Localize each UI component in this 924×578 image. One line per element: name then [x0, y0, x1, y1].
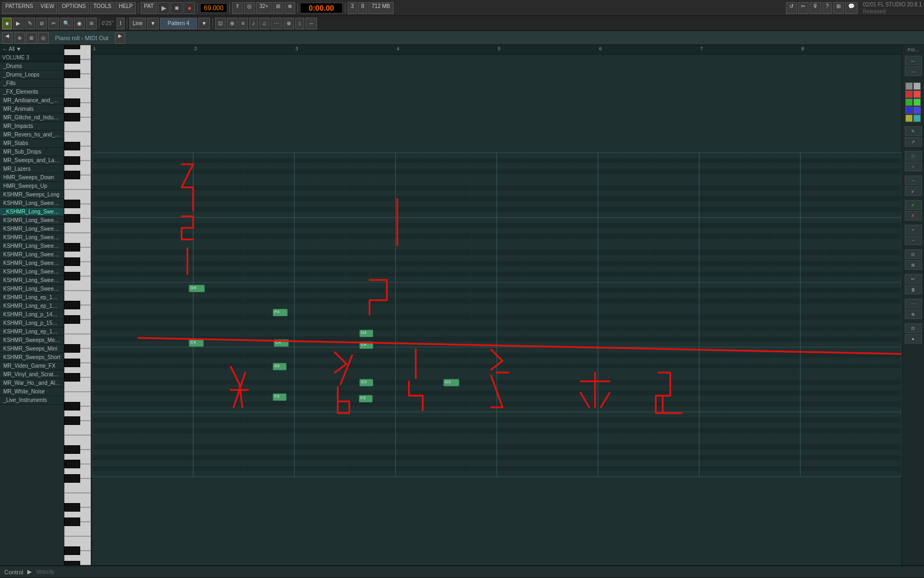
piano-key-black-E7[interactable]: [64, 98, 80, 107]
sidebar-item-mr_sweeps_lazers[interactable]: MR_Sweeps_and_Lazers: [0, 156, 64, 165]
piano-key-black-D6[interactable]: [64, 214, 80, 223]
pat-button[interactable]: PAT: [141, 2, 157, 14]
menu-patterns[interactable]: PATTERNS: [2, 2, 36, 14]
piano-roll-grid[interactable]: 12345678 G4F4C4C4C4D4A3G3G3F3F3: [92, 45, 902, 565]
piano-key-black-E3[interactable]: [64, 503, 80, 512]
pattern-dropdown[interactable]: ▼: [198, 18, 210, 29]
tb-icon1[interactable]: ⇑: [232, 2, 243, 14]
piano-key-black-D3[interactable]: [64, 518, 80, 526]
note-C4-2[interactable]: C4: [189, 339, 204, 347]
rp-right[interactable]: →: [905, 176, 922, 185]
sidebar-item-live_instruments[interactable]: _Live_Instruments: [0, 396, 64, 405]
bpm-display[interactable]: 69.000: [200, 3, 227, 13]
color-gray2[interactable]: [913, 82, 921, 90]
sidebar-item-mr_lazers[interactable]: MR_Lazers: [0, 165, 64, 173]
sidebar-item-mr_reverbs[interactable]: MR_Revers_hs_and_Vocals: [0, 131, 64, 139]
rp-circle[interactable]: ○: [905, 162, 922, 171]
sidebar-item-mr_animals[interactable]: MR_Animals: [0, 105, 64, 113]
piano-key-black-A2[interactable]: [64, 561, 80, 565]
tb-icon-mic[interactable]: 🎙: [810, 2, 821, 14]
rp-cross[interactable]: ✗: [905, 211, 922, 220]
rp-pencil[interactable]: ✎: [905, 126, 922, 136]
sidebar-item-hmr_sweeps_down[interactable]: HMR_Sweeps_Down: [0, 173, 64, 182]
tb-icon-cut[interactable]: ✂: [798, 2, 808, 14]
piano-key-black-E6[interactable]: [64, 200, 80, 208]
sidebar-item-kshmr_sweeps_short[interactable]: KSHMR_Sweeps_Short: [0, 353, 64, 362]
scale-btn[interactable]: ≡: [238, 18, 248, 29]
piano-key-black-B4[interactable]: [64, 344, 80, 353]
rp-trash[interactable]: 🗑: [905, 285, 922, 294]
sidebar-item-kshmr_long_11[interactable]: KSHMR_Long_Sweep_11: [0, 285, 64, 293]
tb-icon-loop[interactable]: ↺: [786, 2, 797, 14]
piano-key-black-D7[interactable]: [64, 113, 80, 121]
menu-options[interactable]: OPTIONS: [58, 2, 89, 14]
piano-key-black-B7[interactable]: [64, 45, 80, 49]
sidebar-item-kshmr_long_14[interactable]: KSHMR_Long_p_14_Flange: [0, 310, 64, 319]
sidebar-item-kshmr_long_06[interactable]: KSHMR_Long_Sweep_06: [0, 242, 64, 250]
menu-tools[interactable]: TOOLS: [90, 2, 114, 14]
record-button[interactable]: ●: [183, 2, 195, 14]
piano-key-black-G4[interactable]: [64, 373, 80, 382]
control-label[interactable]: Control: [4, 569, 23, 575]
sidebar-item-kshmr_sweeps_long[interactable]: KSHMR_Sweeps_Long: [0, 191, 64, 199]
sidebar-item-mr_glitch[interactable]: MR_Glitche_nd_Industrial: [0, 113, 64, 122]
piano-key-black-G5[interactable]: [64, 272, 80, 280]
note-C4-3[interactable]: C4: [274, 339, 289, 347]
note-A3-6[interactable]: A3: [273, 363, 287, 370]
pr-icon1[interactable]: ⊕: [14, 32, 25, 44]
tb-icon4[interactable]: ⊞: [273, 2, 283, 14]
piano-key-black-B2[interactable]: [64, 546, 80, 555]
tool-cut[interactable]: ✂: [48, 18, 59, 29]
color-blue1[interactable]: [905, 107, 913, 114]
sidebar-item-mr_video_game[interactable]: MR_Video_Game_FX: [0, 362, 64, 370]
line-dropdown[interactable]: ▼: [147, 18, 159, 29]
piano-key-black-A3[interactable]: [64, 460, 80, 468]
piano-key-black-A4[interactable]: [64, 359, 80, 367]
sidebar-item-kshmr_long_07[interactable]: KSHMR_Long_Sweep_07: [0, 250, 64, 259]
sidebar-item-kshmr_sweeps_mini[interactable]: KSHMR_Sweeps_Mini: [0, 345, 64, 353]
sidebar-item-kshmr_sweeps_medium[interactable]: KSHMR_Sweeps_Medium: [0, 336, 64, 345]
menu-help[interactable]: HELP: [116, 2, 136, 14]
piano-key-black-A6[interactable]: [64, 156, 80, 165]
rp-arrow-right[interactable]: →: [905, 66, 922, 76]
rp-grid-view[interactable]: ⊡: [905, 323, 922, 333]
color-green1[interactable]: [905, 98, 913, 106]
note-F4-1[interactable]: F4: [273, 309, 288, 316]
piano-key-black-B6[interactable]: [64, 142, 80, 150]
play-button[interactable]: ▶: [158, 2, 170, 14]
sidebar-item-fills[interactable]: _Fills: [0, 79, 64, 88]
sidebar-item-hmr_sweeps_up[interactable]: HMR_Sweeps_Up: [0, 182, 64, 191]
note-G4-0[interactable]: G4: [189, 285, 205, 292]
rp-arrow-left[interactable]: ←: [905, 56, 922, 65]
color-green2[interactable]: [913, 98, 921, 106]
rp-minus-sm[interactable]: −: [905, 235, 922, 245]
pr-icon4[interactable]: ▶: [115, 32, 125, 44]
sidebar-item-mr_ambiance[interactable]: MR_Ambiance_and_Foley: [0, 96, 64, 105]
arp-btn[interactable]: ♫: [259, 18, 270, 29]
rp-plus-sm[interactable]: +: [905, 225, 922, 234]
flip-btn[interactable]: ↕: [295, 18, 304, 29]
randomize-btn[interactable]: ⊕: [283, 18, 294, 29]
quantize-btn[interactable]: ⊕: [227, 18, 237, 29]
note-C4-4[interactable]: C4: [359, 341, 373, 349]
piano-key-black-B5[interactable]: [64, 243, 80, 252]
tb-icon-help[interactable]: ?: [822, 2, 832, 14]
tb-icon7[interactable]: 8: [358, 2, 367, 14]
color-gray1[interactable]: [905, 82, 913, 90]
sidebar-item-mr_war[interactable]: MR_War_Ho._and_Alarms: [0, 379, 64, 387]
rp-circle2[interactable]: ●: [905, 334, 922, 344]
sidebar-item-kshmr_long_10[interactable]: KSHMR_Long_Sweep_10: [0, 276, 64, 285]
piano-key-black-D5[interactable]: [64, 315, 80, 324]
rp-down-left[interactable]: ↙: [905, 186, 922, 196]
sidebar-item-kshmr_long_01[interactable]: KSHMR_Long_Sweep_01: [0, 199, 64, 208]
sidebar-item-kshmr_long_04[interactable]: KSHMR_Long_Sweep_04: [0, 225, 64, 233]
sidebar-item-mr_vinyl[interactable]: MR_Vinyl_and_Scratches: [0, 370, 64, 379]
sidebar-item-drums_loops[interactable]: _Drums_Loops: [0, 71, 64, 79]
sidebar-item-mr_impacts[interactable]: MR_Impacts: [0, 122, 64, 131]
piano-key-black-G7[interactable]: [64, 70, 80, 78]
tb-icon3[interactable]: 32+: [256, 2, 272, 14]
piano-key-black-G3[interactable]: [64, 474, 80, 483]
control-arrow[interactable]: ▶: [27, 568, 32, 575]
note-D4-5[interactable]: D4: [359, 330, 373, 337]
color-yellow1[interactable]: [905, 115, 913, 122]
